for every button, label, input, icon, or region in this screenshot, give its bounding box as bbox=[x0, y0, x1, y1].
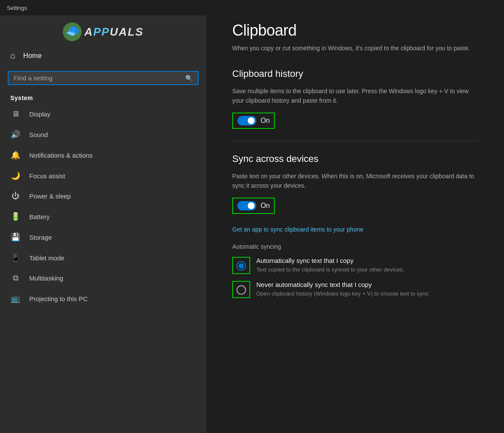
radio-item-never-sync: Never automatically sync text that I cop… bbox=[232, 281, 478, 298]
radio-auto-sync-label: Automatically sync text that I copy bbox=[256, 257, 404, 264]
logo-icon bbox=[63, 22, 82, 41]
search-icon[interactable]: 🔍 bbox=[185, 75, 193, 82]
sidebar: Settings APPUALS ⌂ Home 🔍 System 🖥 Displ… bbox=[0, 0, 206, 433]
radio-auto-sync-content: Automatically sync text that I copy Text… bbox=[256, 257, 404, 274]
display-label: Display bbox=[29, 110, 50, 118]
search-bar-wrapper: 🔍 bbox=[0, 67, 206, 91]
nav-list: 🖥 Display 🔊 Sound 🔔 Notifications & acti… bbox=[0, 104, 206, 433]
sound-label: Sound bbox=[29, 131, 48, 138]
notifications-icon: 🔔 bbox=[10, 150, 21, 160]
sidebar-item-display[interactable]: 🖥 Display bbox=[0, 104, 206, 124]
radio-auto-sync-btn[interactable] bbox=[237, 261, 246, 271]
battery-icon: 🔋 bbox=[10, 212, 21, 221]
sync-toggle-label: On bbox=[261, 202, 270, 210]
clipboard-history-desc: Save multiple items to the clipboard to … bbox=[232, 86, 478, 106]
multitasking-icon: ⧉ bbox=[10, 274, 21, 283]
sync-toggle[interactable] bbox=[237, 201, 256, 210]
radio-auto-sync-desc: Text copied to the clipboard is synced t… bbox=[256, 266, 404, 274]
projecting-label: Projecting to this PC bbox=[29, 295, 88, 302]
search-input[interactable] bbox=[14, 74, 182, 82]
projecting-icon: 📺 bbox=[10, 294, 21, 303]
app-title: Settings bbox=[7, 5, 27, 11]
sync-across-devices-title: Sync across devices bbox=[232, 153, 478, 165]
system-label: System bbox=[0, 91, 206, 104]
radio-never-sync-btn[interactable] bbox=[237, 285, 246, 295]
sync-app-link[interactable]: Get an app to sync clipboard items to yo… bbox=[232, 226, 478, 233]
home-icon: ⌂ bbox=[10, 51, 15, 61]
brand-text: APPUALS bbox=[84, 25, 144, 39]
clipboard-history-title: Clipboard history bbox=[232, 68, 478, 79]
auto-sync-title: Automatic syncing bbox=[232, 243, 478, 250]
page-desc: When you copy or cut something in Window… bbox=[232, 44, 478, 53]
storage-label: Storage bbox=[29, 234, 52, 241]
page-title: Clipboard bbox=[232, 21, 478, 40]
multitasking-label: Multitasking bbox=[29, 274, 63, 282]
home-label: Home bbox=[23, 52, 42, 60]
home-nav-item[interactable]: ⌂ Home bbox=[0, 45, 206, 67]
radio-never-sync-content: Never automatically sync text that I cop… bbox=[256, 281, 430, 298]
radio-group: Automatically sync text that I copy Text… bbox=[232, 257, 478, 298]
sidebar-item-battery[interactable]: 🔋 Battery bbox=[0, 206, 206, 227]
radio-never-sync-outline bbox=[232, 281, 250, 298]
sidebar-item-sound[interactable]: 🔊 Sound bbox=[0, 124, 206, 145]
main-content: Clipboard When you copy or cut something… bbox=[206, 0, 504, 433]
sidebar-item-notifications[interactable]: 🔔 Notifications & actions bbox=[0, 145, 206, 165]
clipboard-history-toggle-label: On bbox=[261, 117, 270, 125]
storage-icon: 💾 bbox=[10, 232, 21, 242]
sidebar-item-multitasking[interactable]: ⧉ Multitasking bbox=[0, 268, 206, 288]
sound-icon: 🔊 bbox=[10, 130, 21, 139]
sidebar-item-focus-assist[interactable]: 🌙 Focus assist bbox=[0, 165, 206, 186]
radio-auto-sync-outline bbox=[232, 257, 250, 274]
notifications-label: Notifications & actions bbox=[29, 152, 93, 159]
clipboard-history-toggle-row: On bbox=[232, 113, 478, 129]
sidebar-item-storage[interactable]: 💾 Storage bbox=[0, 227, 206, 247]
sidebar-item-power-sleep[interactable]: ⏻ Power & sleep bbox=[0, 186, 206, 206]
power-sleep-icon: ⏻ bbox=[10, 192, 21, 201]
clipboard-history-toggle-outline: On bbox=[232, 113, 275, 129]
radio-never-sync-desc: Open clipboard history (Windows logo key… bbox=[256, 290, 430, 298]
battery-label: Battery bbox=[29, 213, 50, 220]
sync-across-devices-desc: Paste text on your other devices. When t… bbox=[232, 171, 478, 191]
focus-assist-icon: 🌙 bbox=[10, 171, 21, 180]
sidebar-item-tablet-mode[interactable]: 📱 Tablet mode bbox=[0, 247, 206, 268]
display-icon: 🖥 bbox=[10, 110, 21, 119]
radio-item-auto-sync: Automatically sync text that I copy Text… bbox=[232, 257, 478, 274]
tablet-mode-icon: 📱 bbox=[10, 253, 21, 262]
section-divider-1 bbox=[232, 141, 478, 141]
power-sleep-label: Power & sleep bbox=[29, 192, 71, 200]
title-bar: Settings bbox=[0, 0, 206, 15]
clipboard-history-toggle[interactable] bbox=[237, 116, 256, 125]
search-bar: 🔍 bbox=[8, 71, 199, 85]
sync-toggle-outline: On bbox=[232, 198, 275, 214]
brand-logo: APPUALS bbox=[63, 22, 144, 41]
radio-never-sync-label: Never automatically sync text that I cop… bbox=[256, 281, 430, 288]
focus-assist-label: Focus assist bbox=[29, 172, 65, 180]
sidebar-item-projecting[interactable]: 📺 Projecting to this PC bbox=[0, 288, 206, 309]
sync-toggle-row: On bbox=[232, 198, 478, 214]
brand-area: APPUALS bbox=[0, 15, 206, 45]
tablet-mode-label: Tablet mode bbox=[29, 254, 65, 262]
